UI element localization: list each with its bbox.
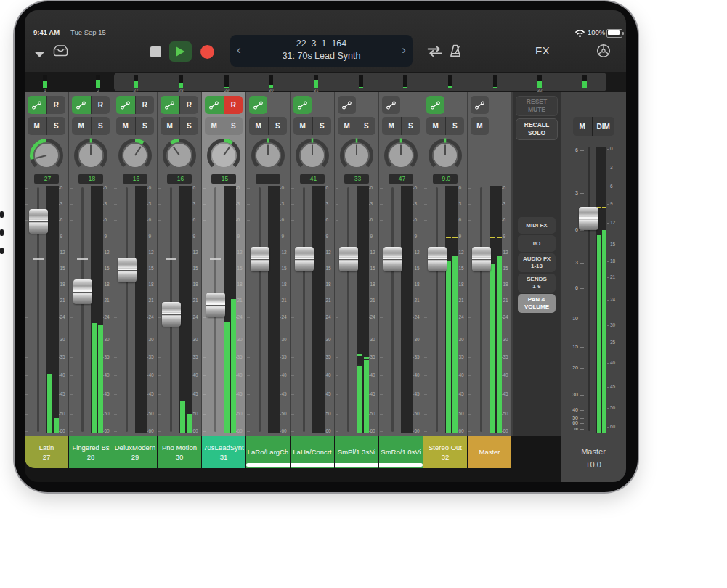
track-name: LaRo/LargCh xyxy=(248,447,289,457)
automation-button[interactable] xyxy=(161,96,179,114)
volume-fader-handle[interactable] xyxy=(118,258,137,282)
mute-button[interactable]: M xyxy=(28,117,46,135)
view-button-pan-volume[interactable]: PAN & VOLUME xyxy=(518,294,556,313)
track-name-label[interactable]: SmRo/1.0sVi xyxy=(379,436,423,468)
pan-knob[interactable] xyxy=(426,136,464,174)
track-name-label[interactable]: LaHa/Concrt xyxy=(291,436,334,468)
track-name-label[interactable]: Latin27 xyxy=(25,436,68,468)
automation-button[interactable] xyxy=(426,96,444,114)
volume-fader-handle[interactable] xyxy=(295,247,314,271)
pan-knob[interactable] xyxy=(72,136,110,174)
mute-button[interactable]: M xyxy=(205,117,224,135)
metronome-icon[interactable] xyxy=(448,44,463,61)
meter-scale-label: 0 xyxy=(503,185,512,190)
pan-knob[interactable] xyxy=(293,136,331,174)
solo-button[interactable]: S xyxy=(135,117,155,135)
automation-button[interactable] xyxy=(205,96,224,114)
scale-tick xyxy=(424,394,427,395)
recall-solo-button[interactable]: RECALL SOLO xyxy=(516,118,558,140)
track-name-label[interactable]: Stereo Out32 xyxy=(423,436,467,468)
track-name-label[interactable]: LaRo/LargCh xyxy=(246,436,290,468)
volume-fader-handle[interactable] xyxy=(472,247,491,271)
scale-tick xyxy=(114,237,117,237)
mute-button[interactable]: M xyxy=(161,117,179,135)
volume-fader-handle[interactable] xyxy=(162,302,181,327)
mute-button[interactable]: M xyxy=(72,117,91,135)
meter-scale-label: 6 xyxy=(326,217,335,222)
meter-scale-label: 45 xyxy=(415,391,423,396)
pan-knob[interactable] xyxy=(205,136,243,174)
view-button-audio-fx-1-13[interactable]: AUDIO FX 1-13 xyxy=(518,253,556,272)
record-button[interactable] xyxy=(200,45,214,59)
lcd-display[interactable]: ‹ 22 3 1 164 31: 70s Lead Synth › xyxy=(230,35,413,67)
pan-knob[interactable] xyxy=(382,136,420,174)
volume-fader-handle[interactable] xyxy=(73,279,92,304)
track-name-label[interactable]: Fingered Bs28 xyxy=(69,436,113,468)
record-arm-button[interactable]: R xyxy=(224,96,243,114)
pan-knob[interactable] xyxy=(116,136,154,174)
scale-tick xyxy=(380,285,383,285)
track-name-label[interactable]: DeluxModern29 xyxy=(113,436,157,468)
solo-button[interactable]: S xyxy=(179,117,199,135)
automation-button[interactable] xyxy=(382,96,400,114)
view-button-sends-1-6[interactable]: SENDS 1-6 xyxy=(518,274,556,293)
volume-fader-handle[interactable] xyxy=(339,247,358,271)
library-tray-icon[interactable] xyxy=(52,44,69,60)
master-fader-handle[interactable] xyxy=(579,207,598,230)
fx-button[interactable]: FX xyxy=(535,44,550,57)
view-button-i-o[interactable]: I/O xyxy=(518,235,556,252)
master-mute-button[interactable]: M xyxy=(573,117,592,136)
mute-button[interactable]: M xyxy=(116,117,135,135)
cycle-icon[interactable] xyxy=(426,45,444,60)
solo-button[interactable]: S xyxy=(91,117,110,135)
next-track-chevron[interactable]: › xyxy=(402,41,406,59)
settings-icon[interactable] xyxy=(596,43,612,62)
solo-button[interactable]: S xyxy=(312,117,332,135)
pan-knob[interactable] xyxy=(249,136,287,174)
dim-button[interactable]: DIM xyxy=(592,117,614,136)
automation-button[interactable] xyxy=(72,96,91,114)
meter-scale-label: 6 xyxy=(370,217,379,222)
track-name-label[interactable]: 70sLeadSynt31 xyxy=(202,436,245,468)
volume-fader-handle[interactable] xyxy=(251,247,269,271)
automation-button[interactable] xyxy=(116,96,135,114)
volume-fader-handle[interactable] xyxy=(29,209,48,234)
pan-knob[interactable] xyxy=(161,136,198,174)
automation-button[interactable] xyxy=(471,96,489,114)
solo-button[interactable]: S xyxy=(224,117,243,135)
record-arm-button[interactable]: R xyxy=(46,96,66,114)
master-meter-scale-label: 3 xyxy=(610,165,620,170)
mute-button[interactable]: M xyxy=(382,117,401,135)
reset-mute-button[interactable]: RESET MUTE xyxy=(516,96,558,116)
track-name-label[interactable]: Pno Motion30 xyxy=(158,436,201,468)
play-button[interactable] xyxy=(169,41,192,62)
mute-button[interactable]: M xyxy=(249,117,268,135)
record-arm-button[interactable]: R xyxy=(135,96,155,114)
volume-fader-handle[interactable] xyxy=(428,247,447,271)
solo-button[interactable]: S xyxy=(357,117,376,135)
record-arm-button[interactable]: R xyxy=(179,96,199,114)
volume-fader-handle[interactable] xyxy=(206,293,225,317)
record-arm-button[interactable]: R xyxy=(91,96,110,114)
pan-knob[interactable] xyxy=(28,136,65,174)
solo-button[interactable]: S xyxy=(268,117,288,135)
mute-button[interactable]: M xyxy=(293,117,312,135)
automation-button[interactable] xyxy=(293,96,312,114)
solo-button[interactable]: S xyxy=(401,117,421,135)
chevron-down-icon[interactable] xyxy=(34,48,45,61)
solo-button[interactable]: S xyxy=(445,117,465,135)
automation-button[interactable] xyxy=(28,96,46,114)
mute-button[interactable]: M xyxy=(426,117,445,135)
track-name-label[interactable]: SmPl/1.3sNi xyxy=(335,436,378,468)
meter-scale-label: 30 xyxy=(459,337,468,342)
pan-knob[interactable] xyxy=(338,136,375,174)
solo-button[interactable]: S xyxy=(46,117,66,135)
mute-button[interactable]: M xyxy=(338,117,357,135)
stop-button[interactable] xyxy=(150,46,161,57)
view-button-midi-fx[interactable]: MIDI FX xyxy=(518,217,556,234)
mute-button[interactable]: M xyxy=(471,117,489,135)
volume-fader-handle[interactable] xyxy=(383,247,402,271)
track-name-label[interactable]: Master xyxy=(468,436,511,468)
automation-button[interactable] xyxy=(338,96,356,114)
automation-button[interactable] xyxy=(249,96,267,114)
